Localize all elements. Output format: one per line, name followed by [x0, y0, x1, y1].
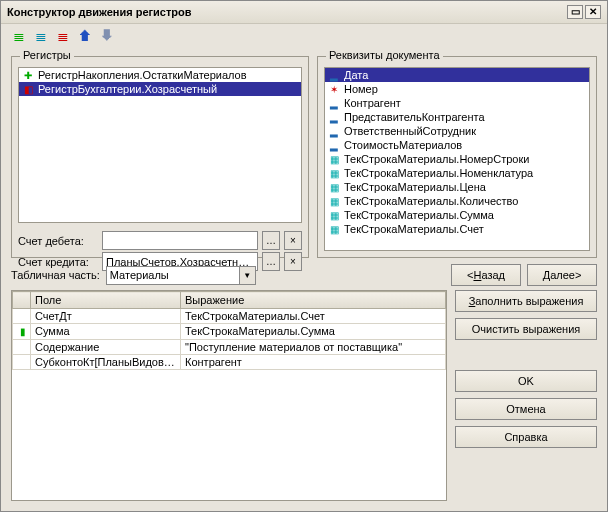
requisite-label: ТекСтрокаМатериалы.НомерСтроки: [344, 153, 529, 165]
requisite-row[interactable]: ▂СтоимостьМатериалов: [325, 138, 589, 152]
requisite-label: ПредставительКонтрагента: [344, 111, 485, 123]
clear-expressions-button[interactable]: Очистить выражения: [455, 318, 597, 340]
row-icon-cell: [13, 339, 31, 354]
requisite-row[interactable]: ▦ТекСтрокаМатериалы.Счет: [325, 222, 589, 236]
dr-icon: ◧: [22, 83, 34, 95]
registers-panel: Регистры ✚ РегистрНакопления.ОстаткиМате…: [11, 56, 309, 258]
register-label: РегистрБухгалтерии.Хозрасчетный: [38, 83, 217, 95]
row-icon-cell: [13, 354, 31, 369]
requisite-label: ТекСтрокаМатериалы.Номенклатура: [344, 167, 533, 179]
expr-cell[interactable]: ТекСтрокаМатериалы.Сумма: [181, 324, 446, 340]
add-item-icon[interactable]: ≣: [11, 28, 27, 44]
requisite-label: ТекСтрокаМатериалы.Сумма: [344, 209, 494, 221]
tabular-part-value: Материалы: [110, 269, 169, 281]
plus-icon: ✚: [22, 69, 34, 81]
register-row[interactable]: ✚ РегистрНакопления.ОстаткиМатериалов: [19, 68, 301, 82]
credit-account-label: Счет кредита:: [18, 256, 98, 268]
expr-cell[interactable]: "Поступление материалов от поставщика": [181, 339, 446, 354]
requisite-label: ТекСтрокаМатериалы.Счет: [344, 223, 484, 235]
credit-select-button[interactable]: …: [262, 252, 280, 271]
table-teal-icon: ▦: [328, 153, 340, 165]
register-row[interactable]: ◧ РегистрБухгалтерии.Хозрасчетный: [19, 82, 301, 96]
table-teal-icon: ▦: [328, 167, 340, 179]
requisite-row[interactable]: ▂Контрагент: [325, 96, 589, 110]
requisite-row[interactable]: ▂Дата: [325, 68, 589, 82]
requisite-row[interactable]: ▦ТекСтрокаМатериалы.НомерСтроки: [325, 152, 589, 166]
col-icon-header: [13, 292, 31, 309]
registers-panel-title: Регистры: [20, 49, 74, 61]
help-button[interactable]: Справка: [455, 426, 597, 448]
fill-expressions-button[interactable]: Заполнить выражения: [455, 290, 597, 312]
next-button[interactable]: Далее>: [527, 264, 597, 286]
move-down-icon[interactable]: 🡇: [99, 28, 115, 44]
minimize-button[interactable]: ▭: [567, 5, 583, 19]
requisite-label: ТекСтрокаМатериалы.Количество: [344, 195, 518, 207]
requisite-label: Номер: [344, 83, 378, 95]
dash-blue-icon: ▂: [328, 111, 340, 123]
mapping-table: Поле Выражение СчетДтТекСтрокаМатериалы.…: [11, 290, 447, 501]
expr-cell[interactable]: Контрагент: [181, 354, 446, 369]
table-teal-icon: ▦: [328, 223, 340, 235]
requisite-label: ТекСтрокаМатериалы.Цена: [344, 181, 486, 193]
requisite-label: Дата: [344, 69, 368, 81]
move-up-icon[interactable]: 🡅: [77, 28, 93, 44]
remove-item-icon[interactable]: ≣: [55, 28, 71, 44]
row-icon-cell: ▮: [13, 324, 31, 340]
dash-blue-icon: ▂: [328, 97, 340, 109]
dash-blue-icon: ▂: [328, 125, 340, 137]
requisite-label: СтоимостьМатериалов: [344, 139, 462, 151]
col-field-header: Поле: [31, 292, 181, 309]
requisite-row[interactable]: ▦ТекСтрокаМатериалы.Цена: [325, 180, 589, 194]
debit-account-input[interactable]: [102, 231, 258, 250]
requisite-row[interactable]: ▦ТекСтрокаМатериалы.Сумма: [325, 208, 589, 222]
debit-clear-button[interactable]: ×: [284, 231, 302, 250]
requisite-row[interactable]: ✶Номер: [325, 82, 589, 96]
ok-button[interactable]: OK: [455, 370, 597, 392]
field-cell: СубконтоКт[ПланыВидовХа...: [31, 354, 181, 369]
register-label: РегистрНакопления.ОстаткиМатериалов: [38, 69, 247, 81]
table-row[interactable]: СубконтоКт[ПланыВидовХа...Контрагент: [13, 354, 446, 369]
titlebar: Конструктор движения регистров ▭ ✕: [1, 1, 607, 24]
requisites-panel: Реквизиты документа ▂Дата✶Номер▂Контраге…: [317, 56, 597, 258]
window-title: Конструктор движения регистров: [7, 6, 192, 18]
requisite-row[interactable]: ▂ПредставительКонтрагента: [325, 110, 589, 124]
dialog-window: Конструктор движения регистров ▭ ✕ ≣ ≣ ≣…: [0, 0, 608, 512]
cancel-button[interactable]: Отмена: [455, 398, 597, 420]
table-row[interactable]: ▮СуммаТекСтрокаМатериалы.Сумма: [13, 324, 446, 340]
sum-icon: ▮: [17, 326, 29, 338]
table-teal-icon: ▦: [328, 209, 340, 221]
requisite-row[interactable]: ▦ТекСтрокаМатериалы.Количество: [325, 194, 589, 208]
registers-list[interactable]: ✚ РегистрНакопления.ОстаткиМатериалов ◧ …: [18, 67, 302, 223]
add-item-plus-icon[interactable]: ≣: [33, 28, 49, 44]
table-row[interactable]: Содержание"Поступление материалов от пос…: [13, 339, 446, 354]
field-cell: Содержание: [31, 339, 181, 354]
back-button[interactable]: <Назад: [451, 264, 521, 286]
debit-select-button[interactable]: …: [262, 231, 280, 250]
dash-blue-icon: ▂: [328, 69, 340, 81]
table-row[interactable]: СчетДтТекСтрокаМатериалы.Счет: [13, 309, 446, 324]
tabular-part-select[interactable]: Материалы ▼: [106, 266, 256, 285]
chevron-down-icon: ▼: [239, 267, 255, 284]
requisite-row[interactable]: ▦ТекСтрокаМатериалы.Номенклатура: [325, 166, 589, 180]
requisites-panel-title: Реквизиты документа: [326, 49, 443, 61]
expr-cell[interactable]: ТекСтрокаМатериалы.Счет: [181, 309, 446, 324]
requisite-label: Контрагент: [344, 97, 401, 109]
debit-account-label: Счет дебета:: [18, 235, 98, 247]
field-cell: СчетДт: [31, 309, 181, 324]
table-teal-icon: ▦: [328, 181, 340, 193]
requisites-list[interactable]: ▂Дата✶Номер▂Контрагент▂ПредставительКонт…: [324, 67, 590, 251]
credit-clear-button[interactable]: ×: [284, 252, 302, 271]
dash-blue-icon: ▂: [328, 139, 340, 151]
button-column: Заполнить выражения Очистить выражения O…: [455, 290, 597, 501]
toolbar: ≣ ≣ ≣ 🡅 🡇: [1, 24, 607, 48]
field-cell: Сумма: [31, 324, 181, 340]
star-red-icon: ✶: [328, 83, 340, 95]
requisite-row[interactable]: ▂ОтветственныйСотрудник: [325, 124, 589, 138]
row-icon-cell: [13, 309, 31, 324]
close-button[interactable]: ✕: [585, 5, 601, 19]
col-expr-header: Выражение: [181, 292, 446, 309]
requisite-label: ОтветственныйСотрудник: [344, 125, 476, 137]
table-teal-icon: ▦: [328, 195, 340, 207]
